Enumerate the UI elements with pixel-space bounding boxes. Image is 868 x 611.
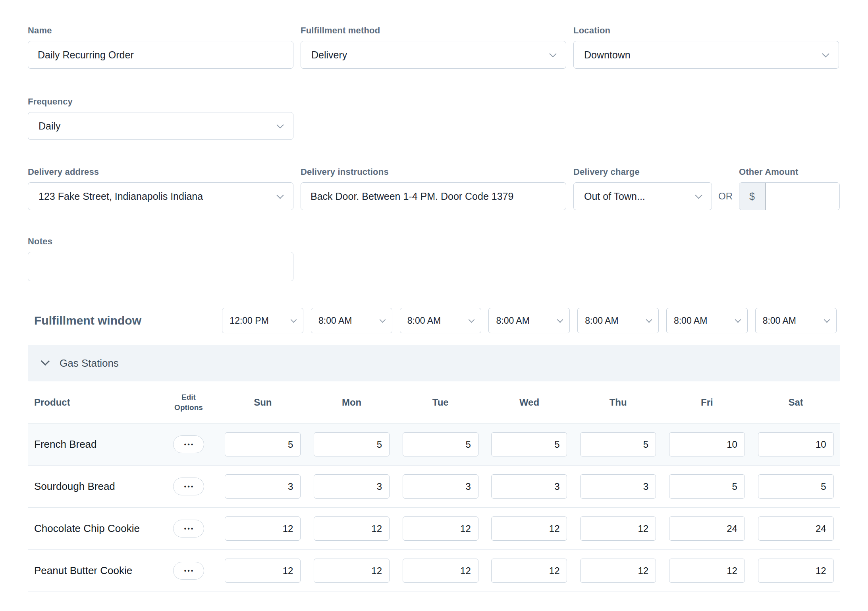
quantity-input[interactable] [403, 474, 478, 499]
quantity-input[interactable] [580, 474, 656, 499]
quantity-cell [574, 432, 663, 456]
table-header-row: Product Edit Options SunMonTueWedThuFriS… [28, 381, 840, 423]
quantity-input[interactable] [225, 432, 301, 456]
form-row-4: Notes [28, 236, 840, 283]
quantity-input[interactable] [225, 474, 301, 499]
name-input[interactable] [28, 41, 293, 69]
fulfillment-window-heading: Fulfillment window [28, 314, 218, 327]
quantity-input[interactable] [491, 559, 567, 583]
fulfillment-time-value: 8:00 AM [763, 315, 796, 326]
other-amount-group: $ [739, 182, 840, 210]
frequency-field: Frequency Daily [28, 97, 293, 140]
quantity-cell [307, 559, 396, 583]
quantity-input[interactable] [669, 474, 745, 499]
frequency-value: Daily [39, 120, 61, 132]
fulfillment-window-cell: 12:00 PM [218, 308, 307, 333]
fulfillment-method-field: Fulfillment method Delivery [301, 25, 566, 69]
chevron-down-icon [822, 50, 829, 57]
quantity-input[interactable] [580, 432, 656, 456]
edit-options-button[interactable]: ••• [173, 478, 204, 495]
quantity-input[interactable] [403, 432, 478, 456]
fulfillment-time-select[interactable]: 8:00 AM [666, 308, 748, 333]
fulfillment-time-value: 8:00 AM [585, 315, 618, 326]
fulfillment-time-select[interactable]: 8:00 AM [311, 308, 392, 333]
delivery-charge-select[interactable]: Out of Town... [573, 182, 712, 210]
quantity-cell [218, 559, 307, 583]
quantity-input[interactable] [403, 559, 478, 583]
delivery-address-label: Delivery address [28, 167, 293, 177]
quantity-input[interactable] [758, 432, 834, 456]
quantity-input[interactable] [491, 474, 567, 499]
quantity-input[interactable] [314, 474, 390, 499]
chevron-down-icon [380, 317, 386, 323]
fulfillment-time-select[interactable]: 8:00 AM [577, 308, 659, 333]
quantity-cell [663, 559, 752, 583]
day-column-header: Fri [663, 397, 752, 408]
chevron-down-icon [735, 317, 741, 323]
quantity-cell [396, 474, 485, 499]
notes-label: Notes [28, 236, 293, 247]
quantity-input[interactable] [758, 516, 834, 541]
table-row: French Bread••• [28, 423, 840, 466]
edit-options-cell: ••• [159, 562, 218, 580]
frequency-select[interactable]: Daily [28, 112, 293, 140]
fulfillment-time-select[interactable]: 12:00 PM [222, 308, 303, 333]
quantity-input[interactable] [403, 516, 478, 541]
edit-options-header-line2: Options [174, 402, 203, 413]
day-column-header: Mon [307, 397, 396, 408]
product-name: Peanut Butter Cookie [28, 565, 159, 577]
chevron-down-icon [276, 121, 284, 128]
fulfillment-method-select[interactable]: Delivery [301, 41, 566, 69]
quantity-input[interactable] [225, 516, 301, 541]
quantity-input[interactable] [758, 474, 834, 499]
quantity-input[interactable] [669, 432, 745, 456]
quantity-input[interactable] [491, 432, 567, 456]
form-row-2: Frequency Daily [28, 97, 840, 140]
quantity-cell [485, 474, 574, 499]
recurring-order-page: Name Fulfillment method Delivery Locatio… [0, 0, 868, 592]
quantity-cell [307, 432, 396, 456]
delivery-charge-value: Out of Town... [584, 191, 645, 202]
other-amount-input[interactable] [766, 183, 839, 210]
fulfillment-method-value: Delivery [311, 49, 347, 61]
quantity-input[interactable] [758, 559, 834, 583]
quantity-input[interactable] [314, 432, 390, 456]
fulfillment-time-select[interactable]: 8:00 AM [755, 308, 837, 333]
edit-options-button[interactable]: ••• [173, 520, 204, 538]
quantity-input[interactable] [669, 516, 745, 541]
day-column-header: Wed [485, 397, 574, 408]
location-label: Location [573, 25, 839, 36]
quantity-input[interactable] [314, 559, 390, 583]
day-column-header: Thu [574, 397, 663, 408]
delivery-instructions-input[interactable] [301, 182, 566, 210]
quantity-cell [574, 516, 663, 541]
quantity-cell [751, 474, 840, 499]
chevron-down-icon [469, 317, 475, 323]
quantity-input[interactable] [669, 559, 745, 583]
delivery-charge-field: Delivery charge Out of Town... [573, 167, 712, 210]
notes-field: Notes [28, 236, 293, 283]
quantity-input[interactable] [491, 516, 567, 541]
fulfillment-time-value: 12:00 PM [230, 315, 268, 326]
quantity-input[interactable] [580, 559, 656, 583]
quantity-cell [663, 516, 752, 541]
location-select[interactable]: Downtown [573, 41, 839, 69]
quantity-input[interactable] [314, 516, 390, 541]
product-name: French Bread [28, 438, 159, 451]
fulfillment-time-select[interactable]: 8:00 AM [400, 308, 481, 333]
delivery-address-select[interactable]: 123 Fake Street, Indianapolis Indiana [28, 182, 293, 210]
product-table-body: French Bread•••Sourdough Bread•••Chocola… [28, 423, 840, 592]
quantity-input[interactable] [225, 559, 301, 583]
day-column-header: Tue [396, 397, 485, 408]
notes-input[interactable] [28, 252, 293, 281]
edit-options-header-line1: Edit [181, 392, 196, 402]
gas-stations-section-toggle[interactable]: Gas Stations [28, 345, 840, 381]
chevron-down-icon [557, 317, 563, 323]
fulfillment-time-select[interactable]: 8:00 AM [488, 308, 570, 333]
location-value: Downtown [584, 49, 631, 61]
edit-options-button[interactable]: ••• [173, 562, 204, 580]
edit-options-button[interactable]: ••• [173, 435, 204, 453]
quantity-input[interactable] [580, 516, 656, 541]
quantity-cell [485, 432, 574, 456]
fulfillment-window-cell: 8:00 AM [663, 308, 752, 333]
